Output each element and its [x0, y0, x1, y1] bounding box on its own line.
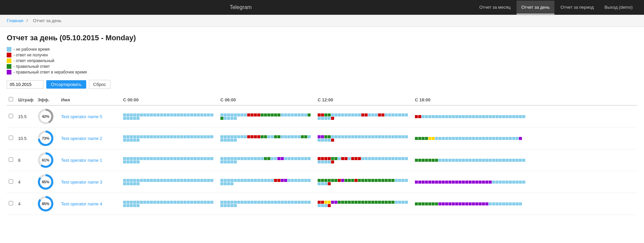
navbar: Telegram Отчет за месяц Отчет за день От… [0, 0, 644, 15]
legend-color-3 [7, 64, 11, 69]
th-t06: С 06:00 [218, 94, 316, 105]
cell-timeline-t12 [316, 193, 413, 215]
cell-eff: 73% [36, 128, 59, 149]
legend-color-1 [7, 53, 11, 57]
legend-item-2: - ответ неправильный [7, 58, 637, 63]
cell-eff: 42% [36, 105, 59, 128]
brand: Telegram [7, 4, 475, 10]
reset-button[interactable]: Сброс [89, 80, 110, 89]
row-checkbox[interactable] [9, 114, 13, 118]
cell-penalty: 4 [16, 171, 36, 193]
legend-label-2: - ответ неправильный [13, 58, 54, 63]
cell-timeline-t06 [218, 171, 316, 193]
table-row: 485%Test operator name 4 [7, 193, 637, 215]
donut-label: 73% [42, 136, 49, 140]
operator-name-link[interactable]: Test operator name 5 [61, 114, 102, 119]
cell-eff: 85% [36, 193, 59, 215]
th-t12: С 12:00 [316, 94, 413, 105]
legend-label-0: - не рабочее время [13, 47, 50, 52]
th-t18: С 18:00 [413, 94, 637, 105]
operator-name-link[interactable]: Test operator name 4 [61, 201, 102, 206]
legend-label-4: - правильный ответ в нерабочее время [13, 70, 87, 75]
legend-color-0 [7, 47, 11, 52]
cell-timeline-t12 [316, 128, 413, 149]
nav-month[interactable]: Отчет за месяц [475, 1, 515, 14]
cell-penalty: 15.5 [16, 105, 36, 128]
cell-timeline-t06 [218, 149, 316, 171]
cell-timeline-t06 [218, 128, 316, 149]
legend-color-4 [7, 70, 11, 75]
nav-period[interactable]: Отчет за период [556, 1, 598, 14]
cell-timeline-t18 [413, 105, 637, 128]
main-content: Отчет за день (05.10.2015 - Monday) - не… [0, 27, 644, 222]
donut-chart: 85% [38, 196, 54, 212]
operator-name-link[interactable]: Test operator name 2 [61, 136, 102, 141]
row-checkbox[interactable] [9, 201, 13, 205]
cell-timeline-t06 [218, 105, 316, 128]
legend-color-2 [7, 58, 11, 63]
row-checkbox[interactable] [9, 157, 13, 162]
date-input[interactable] [7, 80, 44, 89]
table-row: 15.542%Test operator name 5 [7, 105, 637, 128]
table-row: 861%Test operator name 1 [7, 149, 637, 171]
cell-timeline-t12 [316, 105, 413, 128]
donut-label: 42% [42, 114, 49, 118]
cell-timeline-t12 [316, 149, 413, 171]
legend-item-1: - ответ не получен [7, 53, 637, 57]
cell-timeline-t00 [121, 105, 218, 128]
cell-eff: 85% [36, 171, 59, 193]
th-name: Имя [59, 94, 121, 105]
cell-timeline-t18 [413, 128, 637, 149]
cell-timeline-t18 [413, 193, 637, 215]
cell-timeline-t12 [316, 171, 413, 193]
cell-timeline-t00 [121, 149, 218, 171]
donut-label: 61% [42, 158, 49, 162]
cell-timeline-t00 [121, 193, 218, 215]
nav-links: Отчет за месяц Отчет за день Отчет за пе… [475, 1, 637, 14]
breadcrumb-home[interactable]: Главная [7, 18, 23, 23]
donut-chart: 73% [38, 130, 54, 146]
row-checkbox[interactable] [9, 179, 13, 184]
breadcrumb-separator: / [26, 18, 28, 23]
nav-day[interactable]: Отчет за день [517, 1, 554, 14]
operator-name-link[interactable]: Test operator name 1 [61, 158, 102, 163]
cell-eff: 61% [36, 149, 59, 171]
donut-chart: 42% [38, 108, 54, 125]
sort-button[interactable]: Отсортировать [46, 80, 86, 89]
check-all[interactable] [9, 97, 13, 101]
th-penalty: Штраф [16, 94, 36, 105]
legend: - не рабочее время - ответ не получен - … [7, 47, 637, 75]
cell-penalty: 4 [16, 193, 36, 215]
legend-item-3: - правильный ответ [7, 64, 637, 69]
legend-item-4: - правильный ответ в нерабочее время [7, 70, 637, 75]
table-row: 485%Test operator name 3 [7, 171, 637, 193]
nav-logout[interactable]: Выход (demo) [600, 1, 637, 14]
table-row: 10.573%Test operator name 2 [7, 128, 637, 149]
row-checkbox[interactable] [9, 136, 13, 140]
th-check [7, 94, 16, 105]
legend-label-3: - правильный ответ [13, 64, 50, 69]
cell-timeline-t18 [413, 149, 637, 171]
report-table: Штраф Эфф. Имя С 00:00 С 06:00 С 12:00 С… [7, 94, 637, 215]
breadcrumb: Главная / Отчет за день [0, 15, 644, 27]
th-eff: Эфф. [36, 94, 59, 105]
donut-label: 85% [42, 180, 49, 184]
th-t00: С 00:00 [121, 94, 218, 105]
table-header-row: Штраф Эфф. Имя С 00:00 С 06:00 С 12:00 С… [7, 94, 637, 105]
cell-timeline-t00 [121, 171, 218, 193]
donut-chart: 85% [38, 174, 54, 190]
cell-timeline-t18 [413, 171, 637, 193]
legend-label-1: - ответ не получен [13, 53, 48, 57]
donut-chart: 61% [38, 152, 54, 168]
cell-penalty: 10.5 [16, 128, 36, 149]
donut-label: 85% [42, 202, 49, 206]
filter-row: Отсортировать Сброс [7, 80, 637, 89]
page-title: Отчет за день (05.10.2015 - Monday) [7, 34, 637, 42]
table-body: 15.542%Test operator name 510.573%Test o… [7, 105, 637, 215]
cell-timeline-t06 [218, 193, 316, 215]
cell-penalty: 8 [16, 149, 36, 171]
operator-name-link[interactable]: Test operator name 3 [61, 180, 102, 185]
legend-item-0: - не рабочее время [7, 47, 637, 52]
breadcrumb-current: Отчет за день [33, 18, 61, 23]
cell-timeline-t00 [121, 128, 218, 149]
